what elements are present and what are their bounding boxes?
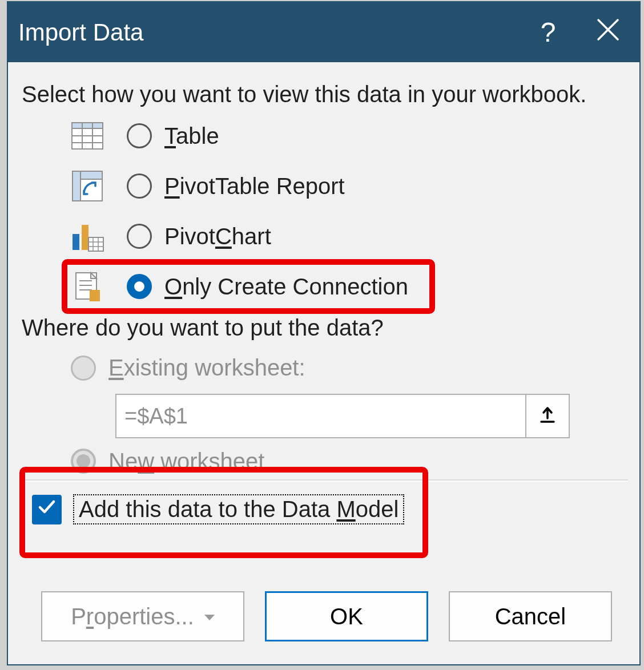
label-table[interactable]: Table — [164, 123, 219, 149]
collapse-dialog-icon — [538, 403, 557, 429]
svg-rect-8 — [73, 171, 80, 201]
radio-new-worksheet — [71, 449, 96, 474]
help-button[interactable]: ? — [520, 4, 577, 61]
radio-table[interactable] — [127, 123, 152, 148]
cancel-button[interactable]: Cancel — [449, 591, 612, 641]
option-row-new-worksheet: New worksheet — [22, 449, 626, 476]
table-icon — [65, 122, 110, 150]
properties-button: Properties... — [41, 591, 244, 641]
chevron-down-icon — [204, 615, 215, 620]
label-new-worksheet: New worksheet — [108, 449, 264, 474]
label-data-model[interactable]: Add this data to the Data Model — [73, 494, 404, 524]
radio-only-connection[interactable] — [127, 274, 152, 299]
put-section-label: Where do you want to put the data? — [22, 315, 626, 341]
label-pivottable[interactable]: PivotTable Report — [164, 173, 345, 199]
svg-rect-11 — [88, 237, 103, 251]
ok-button[interactable]: OK — [265, 591, 428, 641]
radio-pivottable[interactable] — [127, 173, 152, 199]
option-row-pivotchart: PivotChart — [22, 211, 626, 261]
label-pivotchart[interactable]: PivotChart — [164, 224, 271, 249]
radio-existing-worksheet — [71, 356, 96, 381]
collapse-dialog-button — [525, 394, 570, 438]
data-model-row: Add this data to the Data Model — [32, 494, 404, 524]
dialog-title: Import Data — [18, 19, 520, 46]
option-row-existing-worksheet: Existing worksheet: — [22, 346, 626, 389]
close-button[interactable] — [577, 4, 639, 61]
svg-rect-9 — [73, 234, 79, 250]
title-bar: Import Data ? — [8, 2, 639, 62]
pivottable-icon — [65, 170, 110, 202]
option-row-pivottable: PivotTable Report — [22, 161, 626, 211]
cell-reference-row: =$A$1 — [115, 394, 626, 438]
svg-rect-1 — [72, 123, 103, 128]
label-only-connection[interactable]: Only Create Connection — [164, 274, 408, 300]
radio-pivotchart[interactable] — [127, 224, 152, 249]
close-icon — [596, 18, 620, 47]
import-data-dialog: Import Data ? Select how you want to vie… — [7, 1, 641, 665]
checkbox-data-model[interactable] — [32, 495, 62, 524]
check-icon — [37, 497, 57, 522]
svg-rect-20 — [90, 290, 100, 301]
cell-reference-input: =$A$1 — [115, 394, 525, 438]
svg-rect-10 — [82, 225, 88, 250]
option-row-table: Table — [22, 111, 626, 161]
dialog-footer: Properties... OK Cancel — [8, 591, 639, 664]
view-section-label: Select how you want to view this data in… — [22, 82, 626, 107]
connection-icon — [65, 271, 110, 302]
pivotchart-icon — [65, 220, 110, 252]
label-existing-worksheet: Existing worksheet: — [108, 355, 305, 381]
option-row-only-connection: Only Create Connection — [22, 261, 626, 312]
